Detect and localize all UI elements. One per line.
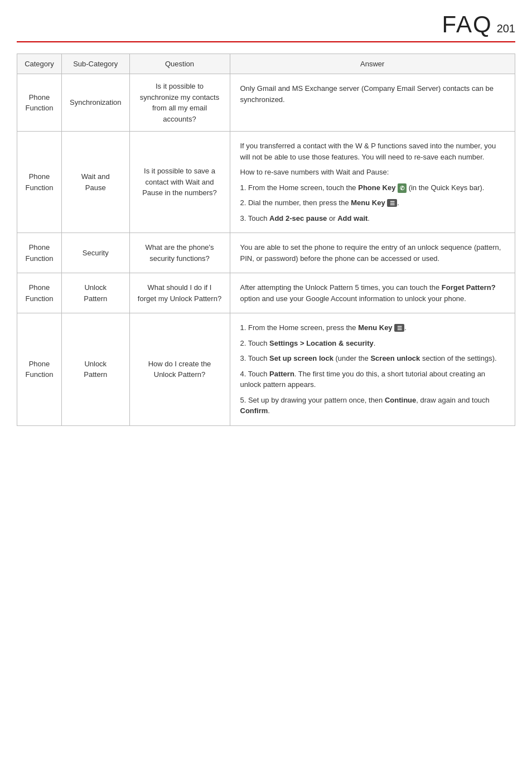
answer-step: 3. Touch Set up screen lock (under the S… bbox=[240, 353, 505, 364]
answer-step: 1. From the Home screen, touch the Phone… bbox=[240, 182, 505, 193]
answer-cell: After attempting the Unlock Pattern 5 ti… bbox=[230, 273, 515, 313]
answer-step: 4. Touch Pattern. The first time you do … bbox=[240, 369, 505, 390]
answer-step: 2. Touch Settings > Location & security. bbox=[240, 338, 505, 349]
answer-text: Only Gmail and MS Exchange server (Compa… bbox=[240, 83, 505, 105]
bold-label: Menu Key bbox=[358, 323, 392, 332]
answer-step: 5. Set up by drawing your pattern once, … bbox=[240, 395, 505, 417]
category-cell: PhoneFunction bbox=[17, 313, 62, 426]
answer-text: How to re-save numbers with Wait and Pau… bbox=[240, 167, 505, 178]
question-cell: Is it possible to synchronize my contact… bbox=[129, 74, 230, 132]
answer-content: You are able to set the phone to require… bbox=[240, 242, 505, 264]
menu-key-icon: ☰ bbox=[394, 324, 404, 332]
bold-label: Forget Pattern? bbox=[442, 283, 496, 292]
bold-label: Pattern bbox=[269, 370, 294, 378]
question-cell: What should I do if I forget my Unlock P… bbox=[129, 273, 230, 313]
table-header-row: Category Sub-Category Question Answer bbox=[17, 54, 515, 74]
phone-key-icon: ✆ bbox=[398, 183, 407, 193]
faq-title: FAQ bbox=[442, 11, 492, 38]
menu-key-icon: ☰ bbox=[387, 199, 397, 207]
bold-label: Add 2-sec pause bbox=[269, 214, 327, 222]
subcategory-cell: Security bbox=[62, 233, 130, 273]
col-header-category: Category bbox=[17, 54, 62, 74]
table-row: PhoneFunction UnlockPattern What should … bbox=[17, 273, 515, 313]
bold-label: Menu Key bbox=[351, 198, 385, 207]
question-cell: What are the phone's security functions? bbox=[129, 233, 230, 273]
answer-text: You are able to set the phone to require… bbox=[240, 242, 505, 264]
question-cell: Is it possible to save a contact with Wa… bbox=[129, 132, 230, 233]
question-cell: How do I create the Unlock Pattern? bbox=[129, 313, 230, 426]
subcategory-cell: Wait andPause bbox=[62, 132, 130, 233]
col-header-subcategory: Sub-Category bbox=[62, 54, 130, 74]
answer-content: 1. From the Home screen, press the Menu … bbox=[240, 322, 505, 417]
category-cell: PhoneFunction bbox=[17, 273, 62, 313]
category-cell: PhoneFunction bbox=[17, 233, 62, 273]
bold-label: Settings > Location & security bbox=[269, 339, 374, 347]
table-row: PhoneFunction Synchronization Is it poss… bbox=[17, 74, 515, 132]
answer-step: 3. Touch Add 2-sec pause or Add wait. bbox=[240, 213, 505, 224]
bold-label: Phone Key bbox=[358, 183, 395, 192]
answer-step: 2. Dial the number, then press the Menu … bbox=[240, 197, 505, 209]
answer-content: Only Gmail and MS Exchange server (Compa… bbox=[240, 83, 505, 105]
bold-label: Confirm bbox=[240, 406, 268, 415]
col-header-question: Question bbox=[129, 54, 230, 74]
subcategory-cell: Synchronization bbox=[62, 74, 130, 132]
faq-table: Category Sub-Category Question Answer Ph… bbox=[17, 54, 515, 426]
category-cell: PhoneFunction bbox=[17, 132, 62, 233]
answer-cell: 1. From the Home screen, press the Menu … bbox=[230, 313, 515, 426]
table-row: PhoneFunction Security What are the phon… bbox=[17, 233, 515, 273]
answer-step: 1. From the Home screen, press the Menu … bbox=[240, 322, 505, 333]
answer-text: If you transferred a contact with the W … bbox=[240, 141, 505, 162]
answer-content: If you transferred a contact with the W … bbox=[240, 141, 505, 224]
page-header: FAQ 201 bbox=[17, 11, 515, 42]
col-header-answer: Answer bbox=[230, 54, 515, 74]
bold-label: Continue bbox=[385, 396, 416, 404]
bold-label: Add wait bbox=[337, 214, 367, 222]
bold-label: Set up screen lock bbox=[269, 354, 333, 362]
table-row: PhoneFunction UnlockPattern How do I cre… bbox=[17, 313, 515, 426]
answer-cell: Only Gmail and MS Exchange server (Compa… bbox=[230, 74, 515, 132]
category-cell: PhoneFunction bbox=[17, 74, 62, 132]
table-row: PhoneFunction Wait andPause Is it possib… bbox=[17, 132, 515, 233]
answer-content: After attempting the Unlock Pattern 5 ti… bbox=[240, 282, 505, 304]
page-number: 201 bbox=[497, 22, 515, 35]
subcategory-cell: UnlockPattern bbox=[62, 313, 130, 426]
bold-label: Screen unlock bbox=[370, 354, 420, 362]
answer-text: After attempting the Unlock Pattern 5 ti… bbox=[240, 282, 505, 304]
answer-cell: You are able to set the phone to require… bbox=[230, 233, 515, 273]
answer-cell: If you transferred a contact with the W … bbox=[230, 132, 515, 233]
subcategory-cell: UnlockPattern bbox=[62, 273, 130, 313]
